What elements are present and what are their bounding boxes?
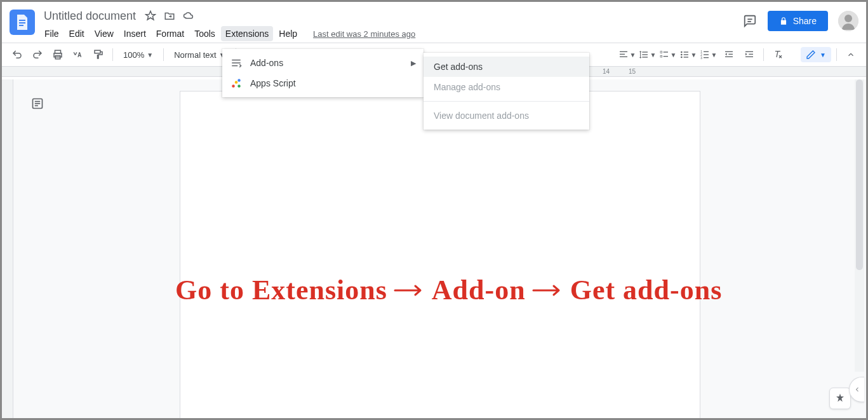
svg-rect-1 — [19, 22, 25, 24]
paint-format-button[interactable] — [90, 46, 107, 64]
scrollbar-thumb[interactable] — [856, 79, 863, 270]
clear-formatting-button[interactable] — [769, 46, 787, 64]
numbered-list-button[interactable]: 123▼ — [700, 46, 718, 64]
svg-rect-43 — [232, 60, 241, 61]
docs-logo[interactable] — [10, 10, 35, 35]
menu-item-view-doc-addons[interactable]: View document add-ons — [424, 105, 589, 126]
document-page[interactable] — [180, 91, 700, 420]
svg-rect-28 — [704, 51, 709, 52]
menu-tools[interactable]: Tools — [190, 26, 220, 41]
menu-item-addons[interactable]: Add-ons ▶ — [222, 53, 424, 73]
svg-rect-13 — [620, 57, 627, 57]
redo-button[interactable] — [29, 46, 46, 64]
svg-point-47 — [235, 81, 238, 84]
addons-icon — [230, 57, 243, 69]
svg-rect-24 — [683, 54, 688, 55]
svg-point-6 — [845, 15, 852, 22]
zoom-select[interactable]: 100%▼ — [118, 50, 158, 60]
svg-rect-16 — [642, 57, 648, 57]
svg-rect-36 — [745, 51, 753, 52]
menu-insert[interactable]: Insert — [119, 26, 150, 41]
chevron-right-icon: ▶ — [411, 59, 416, 67]
svg-rect-11 — [620, 51, 627, 52]
svg-rect-44 — [232, 62, 241, 64]
menu-format[interactable]: Format — [152, 26, 189, 41]
vertical-scrollbar[interactable] — [855, 79, 864, 372]
vertical-ruler[interactable] — [2, 79, 13, 418]
svg-point-49 — [237, 79, 241, 82]
spellcheck-button[interactable] — [69, 46, 87, 64]
menu-edit[interactable]: Edit — [65, 26, 89, 41]
menu-view[interactable]: View — [90, 26, 118, 41]
svg-rect-19 — [660, 55, 662, 57]
align-button[interactable]: ▼ — [618, 46, 636, 64]
menu-extensions[interactable]: Extensions — [221, 26, 273, 41]
undo-button[interactable] — [8, 46, 26, 64]
svg-rect-10 — [95, 50, 100, 53]
print-button[interactable] — [49, 46, 67, 64]
decrease-indent-button[interactable] — [720, 46, 738, 64]
apps-script-icon — [230, 77, 243, 90]
svg-rect-17 — [660, 51, 662, 53]
svg-rect-38 — [745, 57, 753, 57]
addons-submenu: Get add-ons Manage add-ons View document… — [424, 53, 589, 130]
last-edit-link[interactable]: Last edit was 2 minutes ago — [313, 29, 415, 39]
svg-point-21 — [681, 51, 683, 53]
explore-button[interactable] — [829, 388, 851, 409]
svg-rect-30 — [704, 54, 709, 55]
svg-point-48 — [237, 85, 241, 88]
star-icon[interactable] — [145, 10, 156, 22]
menu-item-manage-addons[interactable]: Manage add-ons — [424, 77, 589, 97]
svg-rect-34 — [728, 54, 733, 55]
move-icon[interactable] — [164, 10, 175, 22]
svg-point-23 — [681, 54, 683, 56]
increase-indent-button[interactable] — [740, 46, 758, 64]
svg-rect-45 — [232, 65, 237, 67]
outline-toggle-button[interactable] — [29, 95, 46, 112]
line-spacing-button[interactable]: ▼ — [639, 46, 657, 64]
menu-help[interactable]: Help — [274, 26, 302, 41]
svg-rect-26 — [683, 57, 688, 57]
svg-rect-35 — [725, 57, 733, 57]
svg-rect-22 — [683, 51, 688, 52]
menu-item-apps-script[interactable]: Apps Script — [222, 73, 424, 93]
handwritten-annotation: Go to Extensions Add-on Get add-ons — [175, 274, 722, 306]
share-button[interactable]: Share — [768, 11, 828, 31]
user-avatar[interactable] — [838, 11, 858, 31]
svg-rect-18 — [663, 51, 667, 52]
svg-rect-15 — [642, 54, 648, 55]
editing-mode-button[interactable]: ▼ — [801, 47, 831, 62]
svg-rect-32 — [704, 57, 709, 58]
document-title[interactable]: Untitled document — [40, 8, 140, 24]
collapse-toolbar-button[interactable] — [842, 46, 860, 64]
checklist-button[interactable]: ▼ — [659, 46, 677, 64]
svg-rect-37 — [749, 54, 753, 55]
menubar: File Edit View Insert Format Tools Exten… — [40, 26, 742, 41]
extensions-dropdown: Add-ons ▶ Apps Script — [222, 49, 424, 97]
svg-rect-2 — [19, 25, 23, 26]
style-select[interactable]: Normal text▼ — [169, 50, 230, 60]
share-label: Share — [793, 16, 817, 26]
svg-rect-12 — [620, 54, 625, 55]
svg-rect-0 — [19, 20, 25, 21]
cloud-status-icon[interactable] — [183, 10, 194, 22]
svg-rect-33 — [725, 51, 733, 52]
svg-point-25 — [681, 57, 683, 58]
bullet-list-button[interactable]: ▼ — [679, 46, 697, 64]
svg-text:3: 3 — [700, 57, 702, 60]
svg-rect-14 — [642, 51, 648, 52]
menu-separator — [424, 101, 589, 102]
comments-icon[interactable] — [742, 13, 758, 29]
svg-point-46 — [232, 85, 235, 88]
menu-file[interactable]: File — [40, 26, 63, 41]
svg-rect-20 — [663, 56, 667, 57]
menu-item-get-addons[interactable]: Get add-ons — [424, 57, 589, 77]
